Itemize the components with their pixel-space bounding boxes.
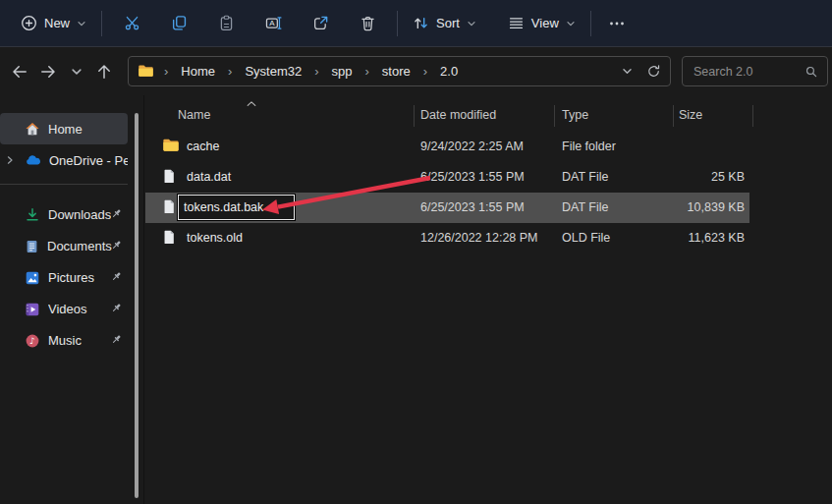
breadcrumb-home[interactable]: Home: [178, 62, 218, 81]
file-icon: [162, 198, 177, 215]
view-icon: [508, 15, 525, 31]
pane-splitter[interactable]: [143, 95, 144, 504]
sidebar-item-label: Pictures: [48, 270, 94, 285]
pictures-icon: [25, 270, 40, 286]
svg-text:♪: ♪: [29, 336, 35, 346]
more-options-button[interactable]: [597, 6, 637, 41]
view-button[interactable]: View: [499, 8, 584, 38]
music-icon: ♪: [25, 333, 40, 349]
address-dropdown-chevron[interactable]: [622, 66, 633, 77]
sidebar-item-home[interactable]: Home: [0, 113, 128, 144]
sort-button[interactable]: Sort: [404, 8, 485, 38]
file-icon: [162, 229, 177, 246]
column-divider[interactable]: [414, 105, 415, 127]
search-box: [682, 56, 828, 86]
column-divider[interactable]: [673, 105, 674, 127]
pin-icon: [110, 270, 123, 283]
back-button[interactable]: [5, 57, 33, 86]
delete-button[interactable]: [344, 6, 391, 41]
sidebar-item-documents[interactable]: Documents: [0, 231, 128, 261]
pin-icon: [110, 333, 123, 346]
column-header-type[interactable]: Type: [562, 108, 588, 122]
sidebar-item-onedrive[interactable]: OneDrive - Perso: [0, 144, 128, 176]
file-type: File folder: [562, 132, 616, 162]
forward-arrow-icon: [39, 63, 57, 81]
file-row-tokens-old[interactable]: tokens.old 12/26/2022 12:28 PM OLD File …: [145, 223, 749, 253]
sidebar-item-pictures[interactable]: Pictures: [0, 262, 128, 293]
expand-chevron-icon[interactable]: [2, 144, 18, 175]
address-bar[interactable]: › Home › System32 › spp › store › 2.0: [128, 56, 671, 86]
breadcrumb-store[interactable]: store: [379, 62, 414, 81]
sidebar-item-label: Videos: [48, 302, 87, 316]
address-row: › Home › System32 › spp › store › 2.0: [0, 48, 832, 95]
share-button[interactable]: [297, 6, 344, 41]
chevron-down-icon: [71, 66, 83, 78]
search-input[interactable]: [692, 64, 804, 80]
search-icon[interactable]: [804, 65, 818, 79]
file-list: Name Date modified Type Size cache 9/24/…: [145, 95, 832, 504]
refresh-icon[interactable]: [646, 64, 661, 79]
breadcrumb-spp[interactable]: spp: [329, 62, 356, 81]
cut-button[interactable]: [108, 6, 155, 41]
file-size: 25 KB: [587, 162, 745, 193]
command-toolbar: New A: [0, 0, 832, 47]
file-row-tokens-dat-bak-selected[interactable]: 6/25/2023 1:55 PM DAT File 10,839 KB: [145, 193, 749, 223]
file-size: 11,623 KB: [587, 223, 745, 253]
column-divider[interactable]: [554, 105, 555, 127]
sidebar-divider: [0, 184, 128, 185]
sidebar-scrollbar[interactable]: [135, 113, 139, 498]
sort-button-label: Sort: [436, 16, 460, 30]
toolbar-divider: [397, 11, 398, 36]
rename-textbox: [178, 195, 295, 220]
breadcrumb-2-0[interactable]: 2.0: [437, 62, 461, 81]
column-header-name[interactable]: Name: [178, 108, 210, 122]
copy-button[interactable]: [155, 6, 202, 41]
rename-icon: A: [265, 15, 282, 31]
file-name: cache: [187, 132, 219, 162]
column-divider[interactable]: [752, 105, 753, 127]
plus-circle-icon: [21, 15, 37, 31]
sidebar-item-downloads[interactable]: Downloads: [0, 199, 128, 230]
file-name: data.dat: [187, 162, 231, 193]
new-button[interactable]: New: [12, 8, 95, 38]
paste-button[interactable]: [202, 6, 250, 41]
home-icon: [25, 121, 40, 137]
sidebar-item-label: Documents: [47, 239, 112, 253]
toolbar-divider: [590, 11, 591, 36]
toolbar-divider: [101, 11, 102, 36]
chevron-down-icon: [77, 19, 86, 28]
breadcrumb-separator: ›: [311, 64, 321, 79]
file-row-data-dat[interactable]: data.dat 6/25/2023 1:55 PM DAT File 25 K…: [145, 162, 749, 193]
up-arrow-icon: [95, 63, 113, 81]
chevron-down-icon: [467, 19, 476, 28]
pin-icon: [110, 302, 123, 314]
sidebar-item-label: OneDrive - Perso: [49, 153, 128, 168]
breadcrumb-separator: ›: [362, 64, 372, 79]
forward-button[interactable]: [33, 57, 62, 86]
file-date-modified: 12/26/2022 12:28 PM: [420, 223, 538, 253]
folder-icon: [138, 64, 154, 79]
file-explorer-window: New A: [0, 0, 832, 504]
file-row-cache[interactable]: cache 9/24/2022 2:25 AM File folder: [145, 132, 749, 162]
column-header-date-modified[interactable]: Date modified: [420, 108, 496, 122]
folder-icon: [162, 138, 180, 153]
more-ellipsis-icon: [608, 16, 626, 31]
rename-button[interactable]: A: [250, 6, 297, 41]
sidebar-item-music[interactable]: ♪ Music: [0, 325, 128, 356]
breadcrumb-separator: ›: [225, 64, 235, 79]
up-button[interactable]: [89, 57, 118, 86]
sidebar-item-videos[interactable]: Videos: [0, 294, 128, 324]
downloads-icon: [25, 207, 40, 223]
cut-icon: [124, 15, 140, 31]
column-header-size[interactable]: Size: [679, 108, 702, 122]
view-button-label: View: [531, 16, 559, 30]
breadcrumb-separator: ›: [161, 64, 171, 79]
chevron-down-icon: [566, 19, 576, 28]
file-icon: [162, 168, 177, 185]
share-icon: [312, 15, 329, 31]
trash-icon: [360, 15, 376, 31]
breadcrumb-system32[interactable]: System32: [242, 62, 305, 81]
recent-locations-button[interactable]: [62, 57, 90, 86]
sort-icon: [413, 15, 429, 31]
rename-input[interactable]: [179, 196, 294, 219]
